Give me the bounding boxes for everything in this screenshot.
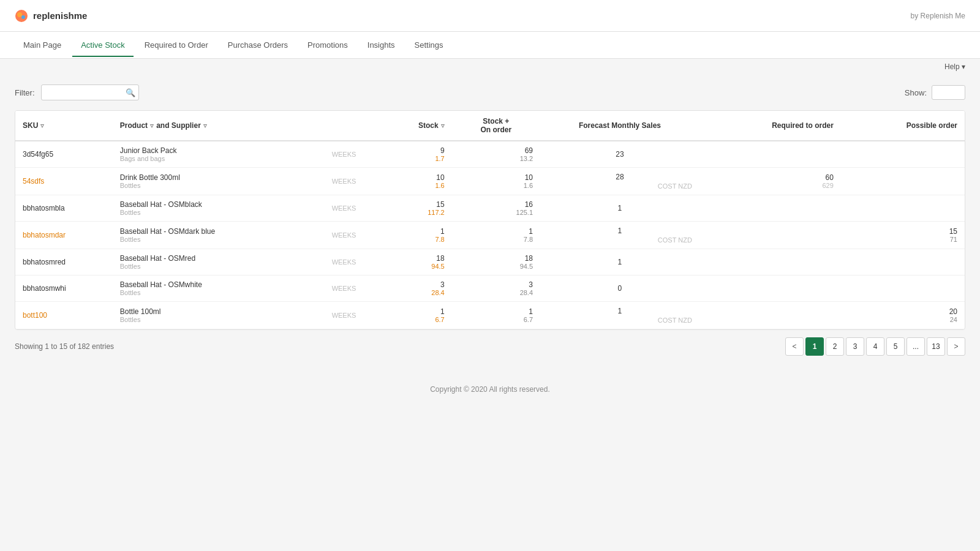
- table-body: 3d54fg65Junior Back Pack Bags and bagsWE…: [15, 141, 965, 329]
- help-button[interactable]: Help ▾: [944, 62, 965, 71]
- product-sub: Bottles: [120, 182, 300, 189]
- cell-stock-on-order: 18 94.5: [452, 249, 540, 276]
- cell-stock: 1 6.7: [363, 302, 451, 329]
- product-sub: Bottles: [120, 209, 300, 216]
- stock-on-sub: 28.4: [459, 289, 533, 296]
- sku-link[interactable]: bott100: [23, 311, 47, 320]
- show-input[interactable]: [932, 85, 965, 100]
- cell-stock-on-order: 3 28.4: [452, 276, 540, 302]
- cell-product: Baseball Hat - OSMwhite Bottles: [113, 276, 307, 302]
- cell-required: [699, 195, 841, 222]
- app-header: replenishme by Replenish Me: [0, 0, 980, 32]
- pagination-buttons: <12345...13>: [785, 337, 965, 356]
- cell-sku[interactable]: 54sdfs: [15, 168, 113, 195]
- cell-possible: [841, 141, 965, 168]
- col-sku[interactable]: SKU ▿: [15, 111, 113, 141]
- nav-item-settings[interactable]: Settings: [406, 34, 452, 57]
- sku-link[interactable]: bbhatosmdar: [23, 231, 66, 239]
- help-bar: Help ▾: [0, 59, 980, 75]
- sku-text: bbhatosmbla: [23, 204, 65, 212]
- show-label: Show:: [905, 88, 927, 97]
- cell-sku: bbhatosmred: [15, 249, 113, 276]
- cell-forecast: 1: [540, 195, 699, 222]
- col-product[interactable]: Product ▿ and Supplier ▿: [113, 111, 307, 141]
- pagination-page-1[interactable]: 1: [805, 337, 824, 356]
- product-name: Baseball Hat - OSMred: [120, 254, 300, 263]
- table-row: bbhatosmdarBaseball Hat - OSMdark blue B…: [15, 222, 965, 249]
- cell-weeks: WEEKS: [307, 276, 363, 302]
- brand-label: by Replenish Me: [911, 12, 965, 20]
- cost-nzd: COST NZD: [548, 236, 692, 244]
- stock-on-main: 10: [459, 173, 533, 182]
- forecast-value: 1: [548, 307, 692, 315]
- stock-on-main: 1: [459, 227, 533, 236]
- col-stock[interactable]: Stock ▿: [363, 111, 451, 141]
- nav-bar: Main PageActive StockRequired to OrderPu…: [0, 32, 980, 59]
- filter-label: Filter:: [15, 88, 35, 97]
- nav-item-active-stock[interactable]: Active Stock: [72, 34, 134, 57]
- cell-sku: 3d54fg65: [15, 141, 113, 168]
- product-sub: Bottles: [120, 316, 300, 323]
- product-name: Junior Back Pack: [120, 146, 300, 155]
- cell-stock: 18 94.5: [363, 249, 451, 276]
- cell-stock: 3 28.4: [363, 276, 451, 302]
- nav-item-insights[interactable]: Insights: [359, 34, 404, 57]
- cell-weeks: WEEKS: [307, 168, 363, 195]
- cell-possible: 15 71: [841, 222, 965, 249]
- stock-main: 1: [371, 307, 444, 316]
- stock-weeks: 7.8: [371, 236, 444, 243]
- cell-forecast: 1COST NZD: [540, 302, 699, 329]
- pagination-page-2[interactable]: 2: [826, 337, 844, 356]
- cell-sku[interactable]: bott100: [15, 302, 113, 329]
- table-row: bbhatosmredBaseball Hat - OSMred Bottles…: [15, 249, 965, 276]
- nav-item-main-page[interactable]: Main Page: [15, 34, 70, 57]
- cell-stock: 15 117.2: [363, 195, 451, 222]
- table-row: bbhatosmwhiBaseball Hat - OSMwhite Bottl…: [15, 276, 965, 302]
- product-sub: Bottles: [120, 263, 300, 270]
- cell-possible: [841, 195, 965, 222]
- sort-icon-supplier: ▿: [203, 122, 207, 130]
- pagination-page-13[interactable]: 13: [927, 337, 945, 356]
- stock-on-main: 1: [459, 307, 533, 316]
- pagination-page-5[interactable]: 5: [886, 337, 905, 356]
- cell-forecast: 0: [540, 276, 699, 302]
- sku-text: bbhatosmred: [23, 258, 66, 266]
- stock-weeks: 1.7: [371, 155, 444, 162]
- pagination-next[interactable]: >: [947, 337, 965, 356]
- svg-point-2: [21, 15, 25, 19]
- poss-main: 20: [848, 307, 957, 316]
- show-right: Show:: [905, 85, 965, 100]
- stock-weeks: 28.4: [371, 289, 444, 296]
- cell-forecast: 1: [540, 249, 699, 276]
- stock-main: 18: [371, 254, 444, 263]
- stock-weeks: 117.2: [371, 209, 444, 216]
- table-header: SKU ▿ Product ▿ and Supplier ▿: [15, 111, 965, 141]
- cell-required: 60 629: [699, 168, 841, 195]
- sort-icon-stock: ▿: [441, 122, 445, 130]
- stock-weeks: 6.7: [371, 316, 444, 323]
- pagination-ellipsis: ...: [907, 337, 925, 356]
- cell-required: [699, 302, 841, 329]
- filter-input-wrap: 🔍: [41, 84, 139, 100]
- cell-product: Baseball Hat - OSMblack Bottles: [113, 195, 307, 222]
- cell-weeks: WEEKS: [307, 222, 363, 249]
- filter-input[interactable]: [41, 84, 139, 100]
- product-name: Baseball Hat - OSMwhite: [120, 280, 300, 289]
- nav-item-promotions[interactable]: Promotions: [299, 34, 356, 57]
- pagination-prev[interactable]: <: [785, 337, 804, 356]
- pagination-page-3[interactable]: 3: [846, 337, 864, 356]
- pagination-page-4[interactable]: 4: [866, 337, 884, 356]
- cell-stock: 1 7.8: [363, 222, 451, 249]
- table-row: 54sdfsDrink Bottle 300ml BottlesWEEKS10 …: [15, 168, 965, 195]
- req-sub: 629: [707, 182, 834, 189]
- cell-required: [699, 249, 841, 276]
- data-table: SKU ▿ Product ▿ and Supplier ▿: [15, 111, 965, 329]
- nav-item-required-to-order[interactable]: Required to Order: [136, 34, 217, 57]
- stock-on-sub: 7.8: [459, 236, 533, 243]
- pagination-bar: Showing 1 to 15 of 182 entries <12345...…: [15, 330, 965, 363]
- sku-link[interactable]: 54sdfs: [23, 177, 44, 186]
- nav-item-purchase-orders[interactable]: Purchase Orders: [219, 34, 296, 57]
- sku-text: 3d54fg65: [23, 150, 53, 159]
- cell-weeks: WEEKS: [307, 141, 363, 168]
- cell-sku[interactable]: bbhatosmdar: [15, 222, 113, 249]
